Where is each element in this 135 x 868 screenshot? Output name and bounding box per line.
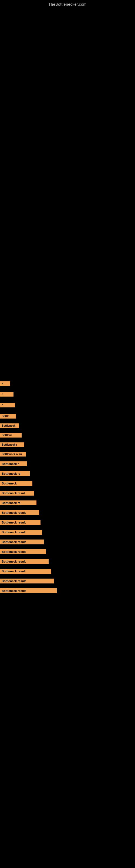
- bottleneck-result-label: Bottlene: [0, 433, 21, 437]
- list-item: Bottleneck re: [0, 499, 135, 506]
- spacer: [0, 448, 135, 451]
- spacer: [0, 516, 135, 519]
- bottleneck-result-label: Bottleneck re: [0, 500, 37, 505]
- list-item: Bottle: [0, 413, 135, 420]
- spacer: [0, 497, 135, 499]
- list-item: Bottleneck result: [0, 558, 135, 565]
- bottleneck-result-label: Bottleneck result: [0, 549, 46, 554]
- spacer: [0, 585, 135, 587]
- bottleneck-result-label: B: [0, 392, 13, 397]
- chart-axis-line: [3, 172, 3, 226]
- list-item: Bottleneck result: [0, 519, 135, 526]
- site-title: TheBottlenecker.com: [0, 0, 135, 9]
- list-item: Bottleneck result: [0, 587, 135, 594]
- chart-area: [0, 9, 135, 375]
- spacer: [0, 506, 135, 509]
- list-item: Bottleneck result: [0, 538, 135, 546]
- spacer: [0, 536, 135, 538]
- bottleneck-result-label: Bottleneck: [0, 481, 32, 486]
- bottleneck-result-label: Bottleneck result: [0, 559, 49, 564]
- list-item: Bottleneck result: [0, 578, 135, 585]
- list-item: B: [0, 391, 135, 398]
- spacer: [0, 398, 135, 402]
- spacer: [0, 575, 135, 578]
- list-item: Bottleneck result: [0, 548, 135, 555]
- bottleneck-result-label: Bottleneck result: [0, 520, 41, 525]
- site-title-container: TheBottlenecker.com: [0, 0, 135, 9]
- list-item: Bottlene: [0, 432, 135, 439]
- list-item: Bottleneck r: [0, 460, 135, 467]
- spacer: [0, 565, 135, 568]
- bottleneck-result-label: Bottleneck result: [0, 588, 57, 593]
- bottleneck-result-label: Bottleneck resul: [0, 491, 34, 496]
- bottleneck-result-label: B: [0, 381, 10, 386]
- bottleneck-result-label: B: [0, 403, 15, 407]
- spacer: [0, 467, 135, 470]
- bottleneck-result-label: Bottleneck result: [0, 569, 51, 574]
- spacer: [0, 594, 135, 597]
- bottleneck-items-container: BBBBottleBottleneckBottleneBottleneck rB…: [0, 375, 135, 597]
- list-item: Bottleneck: [0, 480, 135, 487]
- list-item: Bottleneck: [0, 422, 135, 429]
- bottleneck-result-label: Bottleneck re: [0, 471, 30, 476]
- spacer: [0, 439, 135, 441]
- spacer: [0, 387, 135, 391]
- spacer: [0, 429, 135, 432]
- spacer: [0, 477, 135, 480]
- bottleneck-result-label: Bottleneck: [0, 424, 19, 428]
- bottleneck-result-label: Bottleneck result: [0, 510, 39, 515]
- spacer: [0, 458, 135, 460]
- bottleneck-result-label: Bottleneck resu: [0, 452, 26, 457]
- bottleneck-result-label: Bottleneck r: [0, 461, 27, 466]
- spacer: [0, 420, 135, 422]
- bottleneck-result-label: Bottleneck result: [0, 579, 54, 584]
- list-item: B: [0, 402, 135, 408]
- list-item: Bottleneck result: [0, 509, 135, 516]
- spacer: [0, 408, 135, 413]
- list-item: Bottleneck resul: [0, 490, 135, 497]
- spacer: [0, 526, 135, 529]
- list-item: Bottleneck resu: [0, 451, 135, 458]
- bottleneck-result-label: Bottleneck result: [0, 530, 42, 535]
- list-item: Bottleneck result: [0, 529, 135, 536]
- list-item: B: [0, 380, 135, 387]
- bottleneck-result-label: Bottleneck r: [0, 442, 24, 447]
- spacer: [0, 555, 135, 558]
- list-item: Bottleneck r: [0, 441, 135, 448]
- list-item: Bottleneck result: [0, 568, 135, 575]
- spacer: [0, 487, 135, 490]
- spacer: [0, 546, 135, 548]
- list-item: Bottleneck re: [0, 470, 135, 477]
- bottleneck-result-label: Bottleneck result: [0, 539, 44, 545]
- bottleneck-result-label: Bottle: [0, 414, 16, 418]
